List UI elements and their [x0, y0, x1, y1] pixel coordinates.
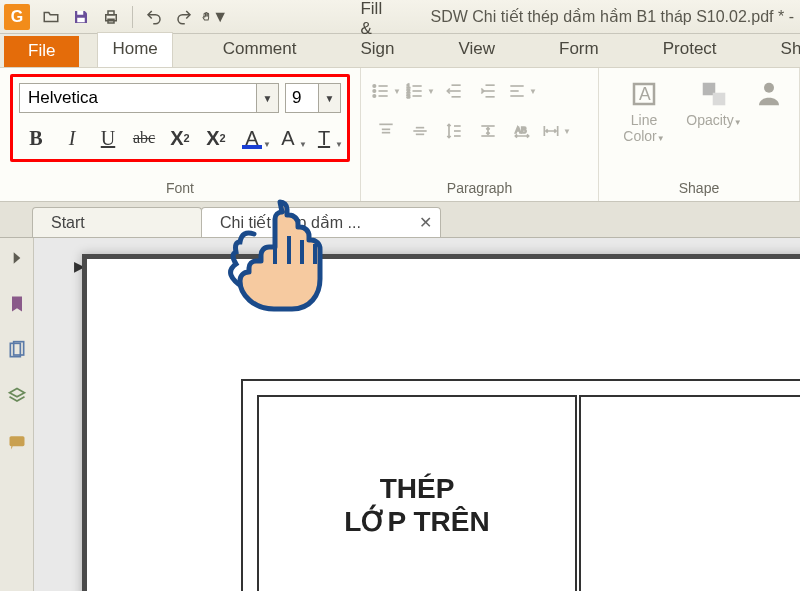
underline-button[interactable]: U — [91, 123, 125, 153]
font-size-input[interactable] — [285, 83, 319, 113]
side-panel — [0, 238, 34, 591]
fit-width-icon[interactable]: ▼ — [541, 118, 571, 144]
opacity-button[interactable]: Opacity▼ — [679, 74, 749, 144]
font-name-dropdown-icon[interactable]: ▼ — [257, 83, 279, 113]
layers-icon[interactable] — [7, 386, 27, 406]
doctab-start[interactable]: Start — [32, 207, 202, 237]
line-color-button[interactable]: A Line Color▼ — [609, 74, 679, 144]
redo-icon[interactable] — [170, 3, 198, 31]
expand-panel-icon[interactable] — [7, 248, 27, 268]
superscript-button[interactable]: X2 — [163, 123, 197, 153]
svg-point-5 — [373, 85, 376, 88]
doctab-start-label: Start — [51, 214, 85, 232]
subscript-button[interactable]: X2 — [199, 123, 233, 153]
doctab-document-label: Chi tiết thép dầm ... — [220, 213, 361, 232]
tab-share[interactable]: Share — [767, 33, 800, 67]
close-tab-icon[interactable]: ✕ — [419, 213, 432, 232]
pages-icon[interactable] — [7, 340, 27, 360]
document-title: SDW Chi tiết thép dầm hầm B1 tháp S10.02… — [431, 7, 797, 26]
tab-fill-sign[interactable]: Fill & Sign — [346, 0, 408, 67]
highlight-color-button[interactable]: A▼ — [271, 123, 305, 153]
ribbon: ▼ ▼ B I U abc X2 X2 A▼ A▼ T▼ Font — [0, 68, 800, 202]
tab-comment[interactable]: Comment — [209, 33, 311, 67]
increase-indent-icon[interactable] — [473, 78, 503, 104]
separator — [132, 6, 133, 28]
font-controls-highlighted: ▼ ▼ B I U abc X2 X2 A▼ A▼ T▼ — [10, 74, 350, 162]
shape-extra-button[interactable] — [749, 74, 789, 144]
bookmark-icon[interactable] — [7, 294, 27, 314]
font-size-select[interactable]: ▼ — [285, 83, 341, 113]
shape-group: A Line Color▼ Opacity▼ Shape — [599, 68, 800, 201]
tab-form[interactable]: Form — [545, 33, 613, 67]
print-icon[interactable] — [97, 3, 125, 31]
pdf-page: THÉP LỚP TRÊN — [82, 254, 800, 591]
person-icon — [750, 78, 788, 110]
bullet-list-icon[interactable]: ▼ — [371, 78, 401, 104]
document-tabs: Start Chi tiết thép dầm ... ✕ — [0, 202, 800, 238]
svg-rect-0 — [77, 11, 83, 15]
line-color-icon: A — [625, 78, 663, 110]
bold-button[interactable]: B — [19, 123, 53, 153]
open-icon[interactable] — [37, 3, 65, 31]
doctab-document[interactable]: Chi tiết thép dầm ... ✕ — [201, 207, 441, 237]
align-top-icon[interactable] — [371, 118, 401, 144]
numbered-list-icon[interactable]: 123▼ — [405, 78, 435, 104]
svg-text:3: 3 — [407, 93, 410, 99]
line-color-label: Line Color — [623, 112, 657, 144]
app-logo: G — [4, 4, 30, 30]
tab-view[interactable]: View — [444, 33, 509, 67]
file-tab[interactable]: File — [4, 36, 79, 67]
svg-text:AB: AB — [515, 125, 527, 135]
tab-protect[interactable]: Protect — [649, 33, 731, 67]
paragraph-group-label: Paragraph — [371, 180, 588, 199]
strikethrough-button[interactable]: abc — [127, 123, 161, 153]
svg-point-42 — [764, 83, 774, 93]
shape-group-label: Shape — [609, 180, 789, 199]
paragraph-spacing-icon[interactable] — [473, 118, 503, 144]
svg-rect-3 — [108, 11, 114, 15]
tab-home[interactable]: Home — [97, 32, 172, 67]
font-size-dropdown-icon[interactable]: ▼ — [319, 83, 341, 113]
page-canvas[interactable]: ▶ THÉP LỚP TRÊN — [34, 238, 800, 591]
character-spacing-icon[interactable]: AB — [507, 118, 537, 144]
page-text-line2: LỚP TRÊN — [344, 505, 489, 538]
svg-rect-45 — [9, 436, 24, 446]
svg-rect-1 — [77, 17, 85, 22]
font-name-select[interactable]: ▼ — [19, 83, 279, 113]
font-name-input[interactable] — [19, 83, 257, 113]
drawing-side-column — [581, 395, 800, 591]
text-effects-button[interactable]: T▼ — [307, 123, 341, 153]
paragraph-group: ▼ 123▼ ▼ AB ▼ Paragraph — [361, 68, 599, 201]
font-color-button[interactable]: A▼ — [235, 123, 269, 153]
save-icon[interactable] — [67, 3, 95, 31]
font-group: ▼ ▼ B I U abc X2 X2 A▼ A▼ T▼ Font — [0, 68, 361, 201]
page-text-line1: THÉP — [380, 473, 455, 505]
hand-tool-icon[interactable]: ▼ — [200, 3, 228, 31]
menu-tabs: File Home Comment Fill & Sign View Form … — [0, 34, 800, 68]
svg-point-7 — [373, 90, 376, 93]
svg-rect-41 — [713, 93, 726, 106]
font-group-label: Font — [10, 180, 350, 199]
undo-icon[interactable] — [140, 3, 168, 31]
svg-point-9 — [373, 95, 376, 98]
comments-icon[interactable] — [7, 432, 27, 452]
opacity-icon — [695, 78, 733, 110]
decrease-indent-icon[interactable] — [439, 78, 469, 104]
align-middle-icon[interactable] — [405, 118, 435, 144]
italic-button[interactable]: I — [55, 123, 89, 153]
workspace: ▶ THÉP LỚP TRÊN — [0, 238, 800, 591]
drawing-title-block: THÉP LỚP TRÊN — [257, 395, 577, 591]
opacity-label: Opacity — [686, 112, 733, 128]
align-dropdown-icon[interactable]: ▼ — [507, 78, 537, 104]
line-spacing-icon[interactable] — [439, 118, 469, 144]
svg-text:A: A — [639, 84, 651, 104]
